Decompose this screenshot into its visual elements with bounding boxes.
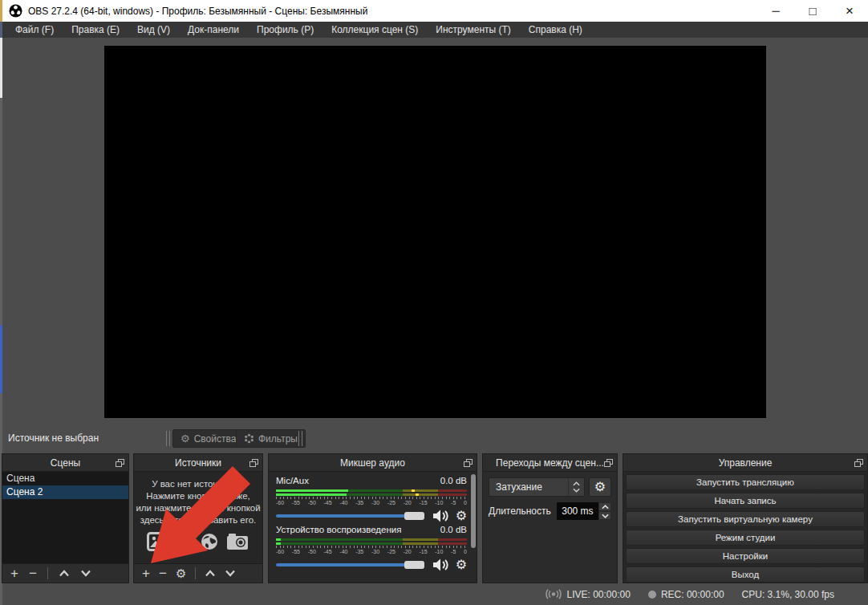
scene-item-selected[interactable]: Сцена 2 — [2, 485, 128, 499]
studio-mode-button[interactable]: Режим студии — [626, 530, 865, 546]
move-source-up-button[interactable] — [205, 570, 216, 577]
exit-button[interactable]: Выход — [626, 566, 865, 583]
scenes-panel-header: Сцены — [2, 454, 128, 472]
meter-peak — [412, 489, 415, 492]
scene-transitions-panel: Переходы между сцен... Затухание ⚙ — [482, 453, 618, 583]
volume-slider-handle[interactable] — [404, 561, 424, 569]
menu-file[interactable]: Файл (F) — [6, 22, 63, 38]
properties-label: Свойства — [194, 433, 237, 445]
scene-item[interactable]: Сцена — [2, 472, 128, 485]
move-scene-down-button[interactable] — [80, 570, 91, 577]
minimize-icon: ─ — [772, 5, 779, 17]
titlebar: OBS 27.2.4 (64-bit, windows) - Профиль: … — [2, 0, 868, 22]
image-source-icon — [147, 532, 171, 551]
volume-meter — [276, 542, 467, 545]
close-button[interactable]: × — [831, 0, 868, 22]
duration-decrement-button[interactable] — [598, 511, 611, 520]
remove-scene-button[interactable]: − — [29, 566, 37, 580]
source-type-icons — [134, 532, 262, 551]
filters-icon — [244, 433, 254, 444]
popout-icon[interactable] — [249, 459, 258, 467]
scenes-toolbar: + − — [2, 563, 128, 583]
duration-increment-button[interactable] — [598, 502, 611, 511]
toolbar-divider — [47, 567, 48, 579]
filters-button[interactable]: Фильтры — [236, 429, 306, 448]
empty-hint-line: Нажмите кнопку + ниже, — [134, 490, 262, 502]
close-icon: × — [846, 3, 854, 19]
menu-docks[interactable]: Док-панели — [179, 22, 248, 38]
broadcast-icon — [546, 589, 562, 599]
menu-profile[interactable]: Профиль (P) — [248, 22, 322, 38]
empty-hint-line: или нажмите правой кнопкой — [134, 502, 262, 514]
menu-edit[interactable]: Правка (E) — [63, 22, 128, 38]
settings-button[interactable]: Настройки — [626, 548, 865, 564]
channel-settings-gear-icon[interactable]: ⚙ — [456, 510, 467, 522]
mixer-title: Микшер аудио — [340, 457, 405, 469]
toolbar-drag-handle[interactable] — [298, 431, 302, 446]
source-properties-button[interactable]: ⚙ — [176, 567, 186, 579]
volume-meter — [276, 489, 467, 492]
meter-tick-marks — [276, 546, 467, 548]
preview-canvas[interactable] — [104, 46, 766, 418]
speaker-icon[interactable] — [432, 510, 448, 522]
move-scene-up-button[interactable] — [59, 570, 70, 577]
popout-icon[interactable] — [464, 459, 473, 467]
start-recording-button[interactable]: Начать запись — [626, 493, 865, 509]
toolbar-divider — [195, 567, 196, 579]
add-scene-button[interactable]: + — [10, 566, 18, 580]
mixer-channel-level: 0.0 dB — [440, 525, 467, 537]
meter-scale: -60-55-50-45-40-35-30-25-20-15-10-50 — [276, 500, 467, 506]
meter-fill — [276, 538, 281, 541]
start-virtual-camera-button[interactable]: Запустить виртуальную камеру — [626, 511, 865, 527]
add-source-button[interactable]: + — [142, 566, 150, 580]
mixer-channel-name: Устройство воспроизведения — [276, 525, 401, 537]
transition-settings-button[interactable]: ⚙ — [589, 477, 611, 497]
move-source-down-button[interactable] — [225, 570, 236, 577]
menu-tools[interactable]: Инструменты (T) — [427, 22, 519, 38]
mixer-scrollbar[interactable] — [471, 474, 476, 548]
speaker-icon[interactable] — [432, 558, 448, 571]
volume-slider[interactable] — [276, 563, 424, 566]
popout-icon[interactable] — [854, 459, 863, 467]
toolbar-drag-handle[interactable] — [166, 431, 170, 446]
popout-icon[interactable] — [604, 459, 613, 467]
record-dot-icon — [648, 591, 656, 599]
select-spinner[interactable] — [568, 478, 584, 496]
obs-main-window: OBS 27.2.4 (64-bit, windows) - Профиль: … — [0, 0, 868, 605]
popout-icon[interactable] — [116, 459, 124, 467]
transitions-title: Переходы между сцен... — [496, 457, 604, 469]
menu-view[interactable]: Вид (V) — [128, 22, 179, 38]
duration-input[interactable]: 300 ms — [557, 502, 598, 520]
volume-slider[interactable] — [276, 514, 424, 518]
properties-button[interactable]: ⚙ Свойства — [172, 429, 244, 448]
sources-panel: Источники У вас нет источников. Нажмите … — [133, 453, 263, 583]
controls-panel-header: Управление — [623, 454, 867, 472]
meter-fill — [276, 489, 348, 492]
cpu-fps-text: CPU: 3.1%, 30.00 fps — [742, 589, 834, 600]
sources-empty-hint: У вас нет источников. Нажмите кнопку + н… — [134, 478, 262, 526]
start-streaming-button[interactable]: Запустить трансляцию — [626, 474, 865, 490]
volume-slider-handle[interactable] — [404, 512, 424, 520]
channel-settings-gear-icon[interactable]: ⚙ — [456, 558, 467, 571]
meter-fill — [276, 493, 347, 496]
sources-toolbar: + − ⚙ — [134, 563, 262, 583]
transition-type-select[interactable]: Затухание — [489, 477, 585, 497]
media-source-icon — [176, 532, 194, 551]
source-status-text: Источник не выбран — [8, 428, 99, 449]
meter-fill — [276, 542, 281, 545]
transition-type-value: Затухание — [489, 481, 568, 493]
remove-source-button[interactable]: − — [159, 566, 167, 580]
empty-hint-line: У вас нет источников. — [134, 478, 262, 490]
minimize-button[interactable]: ─ — [757, 0, 794, 22]
live-timer: LIVE: 00:00:00 — [566, 589, 630, 600]
audio-mixer-panel: Микшер аудио Mic/Aux 0.0 dB — [268, 453, 477, 583]
rec-timer: REC: 00:00:00 — [661, 589, 724, 600]
meter-scale: -60-55-50-45-40-35-30-25-20-15-10-50 — [276, 549, 467, 555]
maximize-icon: □ — [809, 4, 816, 18]
volume-meter — [276, 493, 467, 496]
filters-label: Фильтры — [258, 433, 298, 445]
menu-help[interactable]: Справка (H) — [520, 22, 591, 38]
meter-peak — [416, 493, 419, 496]
menu-scene-collection[interactable]: Коллекция сцен (S) — [322, 22, 427, 38]
maximize-button[interactable]: □ — [794, 0, 831, 22]
